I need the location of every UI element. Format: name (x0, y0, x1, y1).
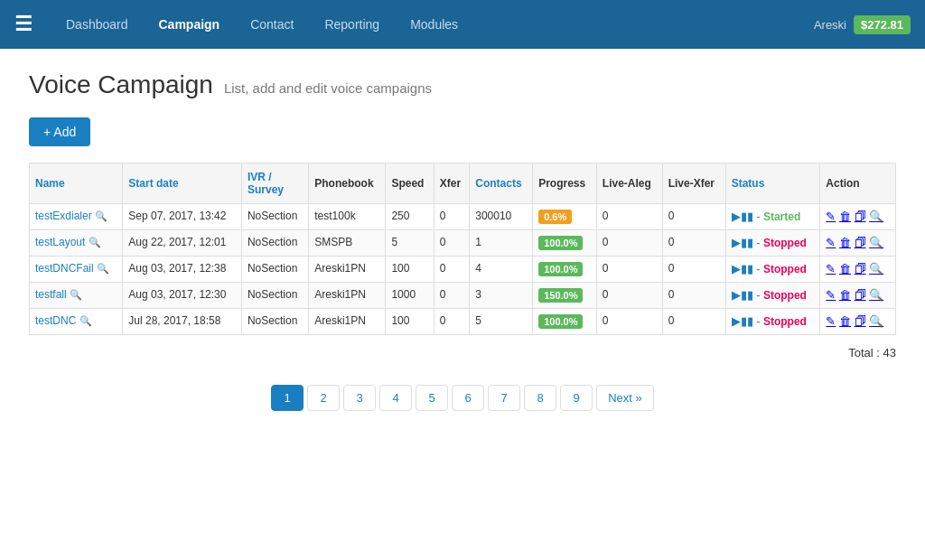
cell-action: ✎ 🗑 🗍 🔍 (820, 257, 896, 283)
progress-bar: 100.0% (538, 314, 583, 329)
nav-contact[interactable]: Contact (238, 12, 306, 37)
campaign-link[interactable]: testfall (35, 288, 67, 301)
balance-badge: $272.81 (854, 15, 911, 34)
cell-live-aleg: 0 (596, 230, 662, 257)
search-icon[interactable]: 🔍 (70, 289, 82, 300)
next-page-button[interactable]: Next » (596, 385, 654, 411)
search-action-icon[interactable]: 🔍 (869, 210, 883, 223)
nav-reporting[interactable]: Reporting (312, 12, 392, 37)
page-content: Voice Campaign List, add and edit voice … (0, 49, 925, 447)
status-control-icons: ▶▮▮ - (732, 210, 761, 223)
cell-live-aleg: 0 (596, 204, 662, 230)
total-count: Total : 43 (29, 335, 896, 370)
edit-icon[interactable]: ✎ (826, 210, 836, 223)
cell-start-date: Aug 03, 2017, 12:30 (123, 283, 242, 309)
copy-icon[interactable]: 🗍 (855, 262, 866, 275)
copy-icon[interactable]: 🗍 (855, 210, 866, 223)
cell-contacts: 4 (470, 257, 533, 283)
cell-contacts: 5 (470, 309, 533, 335)
nav-campaign[interactable]: Campaign (146, 12, 233, 37)
copy-icon[interactable]: 🗍 (855, 314, 866, 328)
page-btn-6[interactable]: 6 (452, 385, 484, 411)
search-action-icon[interactable]: 🔍 (869, 288, 883, 302)
copy-icon[interactable]: 🗍 (855, 288, 866, 302)
cell-start-date: Aug 03, 2017, 12:38 (123, 257, 242, 283)
cell-name: testExdialer 🔍 (30, 204, 123, 230)
page-btn-1[interactable]: 1 (271, 385, 304, 411)
edit-icon[interactable]: ✎ (826, 288, 836, 302)
nav-links: Dashboard Campaign Contact Reporting Mod… (53, 12, 814, 37)
cell-progress: 100.0% (533, 230, 597, 257)
action-icons: ✎ 🗑 🗍 🔍 (826, 288, 883, 302)
delete-icon[interactable]: 🗑 (839, 314, 851, 328)
edit-icon[interactable]: ✎ (826, 262, 836, 275)
page-btn-3[interactable]: 3 (343, 385, 376, 411)
cell-action: ✎ 🗑 🗍 🔍 (820, 283, 896, 309)
status-control-icons: ▶▮▮ - (732, 236, 761, 249)
progress-bar: 100.0% (538, 262, 583, 276)
campaign-link[interactable]: testExdialer (35, 210, 92, 222)
col-contacts: Contacts (470, 163, 533, 204)
action-icons: ✎ 🗑 🗍 🔍 (826, 262, 883, 275)
cell-name: testDNC 🔍 (30, 309, 123, 335)
cell-contacts: 300010 (470, 204, 533, 230)
cell-ivr: NoSection (241, 230, 308, 257)
status-control-icons: ▶▮▮ - (732, 262, 761, 275)
edit-icon[interactable]: ✎ (826, 236, 836, 249)
page-btn-8[interactable]: 8 (524, 385, 556, 411)
search-icon[interactable]: 🔍 (79, 315, 92, 326)
cell-live-aleg: 0 (596, 283, 662, 309)
cell-phonebook: SMSPB (309, 230, 386, 257)
cell-action: ✎ 🗑 🗍 🔍 (820, 309, 896, 335)
col-live-aleg: Live-Aleg (596, 163, 662, 204)
nav-modules[interactable]: Modules (397, 12, 471, 37)
nav-dashboard[interactable]: Dashboard (53, 12, 141, 37)
cell-phonebook: Areski1PN (309, 283, 386, 309)
col-action: Action (820, 163, 896, 204)
status-label: Stopped (763, 263, 807, 275)
table-row: testDNCFail 🔍 Aug 03, 2017, 12:38 NoSect… (30, 257, 896, 283)
cell-status: ▶▮▮ - Stopped (725, 230, 820, 257)
delete-icon[interactable]: 🗑 (839, 210, 851, 223)
cell-status: ▶▮▮ - Started (725, 204, 820, 230)
campaign-link[interactable]: testDNCFail (35, 262, 94, 275)
search-icon[interactable]: 🔍 (89, 237, 101, 247)
search-action-icon[interactable]: 🔍 (869, 314, 883, 328)
copy-icon[interactable]: 🗍 (855, 236, 866, 249)
campaign-link[interactable]: testDNC (35, 314, 76, 327)
page-btn-2[interactable]: 2 (307, 385, 340, 411)
cell-xfer: 0 (434, 283, 470, 309)
cell-speed: 250 (386, 204, 434, 230)
edit-icon[interactable]: ✎ (826, 314, 836, 328)
cell-name: testfall 🔍 (30, 283, 123, 309)
page-btn-9[interactable]: 9 (560, 385, 593, 411)
cell-live-xfer: 0 (662, 230, 725, 257)
cell-speed: 5 (386, 230, 434, 257)
cell-progress: 150.0% (533, 283, 597, 309)
cell-start-date: Aug 22, 2017, 12:01 (123, 230, 242, 257)
status-control-icons: ▶▮▮ - (732, 288, 761, 302)
search-action-icon[interactable]: 🔍 (869, 262, 883, 275)
page-btn-4[interactable]: 4 (379, 385, 412, 411)
action-icons: ✎ 🗑 🗍 🔍 (826, 236, 883, 249)
col-live-xfer: Live-Xfer (662, 163, 725, 204)
page-btn-7[interactable]: 7 (488, 385, 520, 411)
page-btn-5[interactable]: 5 (416, 385, 448, 411)
delete-icon[interactable]: 🗑 (839, 288, 851, 302)
cell-xfer: 0 (434, 257, 470, 283)
cell-action: ✎ 🗑 🗍 🔍 (820, 204, 896, 230)
cell-name: testLayout 🔍 (30, 230, 123, 257)
status-label: Started (763, 210, 800, 223)
delete-icon[interactable]: 🗑 (839, 236, 851, 249)
campaign-link[interactable]: testLayout (35, 236, 85, 248)
table-row: testDNC 🔍 Jul 28, 2017, 18:58 NoSection … (30, 309, 896, 335)
search-icon[interactable]: 🔍 (97, 263, 109, 274)
cell-speed: 100 (386, 257, 434, 283)
page-header: Voice Campaign List, add and edit voice … (29, 70, 896, 99)
cell-start-date: Jul 28, 2017, 18:58 (123, 309, 242, 335)
delete-icon[interactable]: 🗑 (839, 262, 851, 275)
search-icon[interactable]: 🔍 (95, 210, 107, 221)
cell-xfer: 0 (434, 204, 470, 230)
search-action-icon[interactable]: 🔍 (869, 236, 883, 249)
add-button[interactable]: + Add (29, 117, 90, 146)
